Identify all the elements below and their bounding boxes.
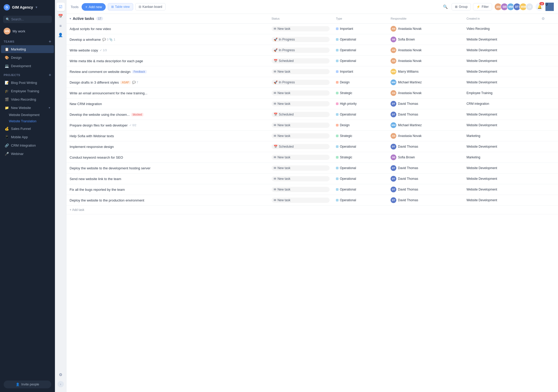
settings-icon-btn[interactable]: ⚙ bbox=[57, 371, 65, 379]
sidebar-item-development[interactable]: 💻 Development bbox=[1, 62, 54, 70]
status-badge[interactable]: ✉ New task bbox=[272, 123, 330, 128]
task-action-cell bbox=[538, 88, 558, 99]
task-title[interactable]: Fix all the bugs reported by the team bbox=[70, 188, 125, 192]
my-work-item[interactable]: AN My work bbox=[0, 26, 55, 37]
group-button[interactable]: ⊞ Group bbox=[452, 3, 471, 10]
sidebar-item-video[interactable]: 🎬 Video Recording bbox=[1, 95, 54, 103]
task-title[interactable]: Write an email announcement for the new … bbox=[70, 91, 147, 95]
table-settings-icon[interactable]: ⚙ bbox=[542, 16, 545, 21]
sidebar-item-marketing[interactable]: 📋 Marketing bbox=[1, 45, 54, 53]
status-badge[interactable]: 📅 Scheduled bbox=[272, 144, 330, 149]
kanban-label: Kanban board bbox=[143, 5, 162, 9]
notification-badge: 12 bbox=[539, 2, 544, 5]
status-badge[interactable]: ✉ New task bbox=[272, 90, 330, 96]
task-meta: 💬 3 📎 1 bbox=[102, 38, 115, 41]
task-name: Deploy the website to the production env… bbox=[70, 198, 265, 202]
task-responsible-cell: AN Anastasia Novak bbox=[387, 56, 463, 66]
app-logo[interactable]: G GIM Agency ▾ bbox=[0, 0, 55, 15]
tasks-icon-btn[interactable]: ☑ bbox=[57, 3, 65, 11]
task-title[interactable]: Send new website link to the team bbox=[70, 177, 121, 181]
resp-avatar: AN bbox=[391, 58, 396, 64]
task-responsible-cell: AN Anastasia Novak bbox=[387, 24, 463, 34]
status-badge[interactable]: 📅 Scheduled bbox=[272, 112, 330, 117]
search-button[interactable]: 🔍 bbox=[441, 3, 449, 10]
sidebar-item-sales[interactable]: 💰 Sales Funnel bbox=[1, 125, 54, 132]
user-profile-button[interactable]: U bbox=[545, 3, 554, 11]
invite-people-button[interactable]: 👤 Invite people bbox=[4, 381, 51, 388]
task-name-cell: Adjust scripts for new video bbox=[66, 24, 268, 34]
task-action-cell bbox=[538, 120, 558, 131]
collapse-button[interactable]: › bbox=[58, 381, 64, 387]
sidebar-item-crm[interactable]: 🔗 CRM Integration bbox=[1, 141, 54, 149]
status-badge[interactable]: 🚀 In Progress bbox=[272, 80, 330, 85]
task-type-cell: Operational bbox=[333, 174, 387, 184]
task-title[interactable]: Develop a wireframe bbox=[70, 38, 101, 42]
type-dot bbox=[336, 199, 339, 201]
task-title[interactable]: Design drafts in 3 different styles bbox=[70, 80, 119, 84]
sidebar-item-webinar[interactable]: 🎤 Webinar bbox=[1, 150, 54, 158]
sidebar-item-webdev[interactable]: Website Development bbox=[0, 112, 55, 118]
task-name-cell: Prepare design files for web developer ✓… bbox=[66, 120, 268, 131]
task-status-cell: ✉ New task bbox=[268, 195, 333, 206]
sidebar-item-newwebsite[interactable]: 📁 New Website ▾ bbox=[1, 104, 54, 112]
status-badge[interactable]: ✉ New task bbox=[272, 187, 330, 192]
status-badge[interactable]: ✉ New task bbox=[272, 198, 330, 203]
task-title[interactable]: Prepare design files for web developer bbox=[70, 123, 128, 127]
task-created-cell: Website Development bbox=[463, 66, 538, 77]
task-name-cell: Review and comment on website design Fee… bbox=[66, 66, 268, 77]
search-box[interactable]: 🔍 Search... bbox=[3, 16, 52, 23]
add-new-button[interactable]: + Add new bbox=[82, 3, 105, 11]
task-title[interactable]: Deploy the website to the development ho… bbox=[70, 166, 150, 170]
status-badge[interactable]: ✉ New task bbox=[272, 101, 330, 106]
created-in: Website Development bbox=[466, 48, 497, 52]
list-icon-btn[interactable]: ≡ bbox=[57, 21, 65, 30]
calendar-icon-btn[interactable]: 📅 bbox=[57, 12, 65, 20]
task-title[interactable]: Develop the website using the chosen... bbox=[70, 113, 130, 117]
status-badge[interactable]: ✉ New task bbox=[272, 133, 330, 139]
status-badge[interactable]: ✉ New task bbox=[272, 165, 330, 171]
add-task-button[interactable]: + Add task bbox=[70, 208, 84, 212]
sidebar-item-training[interactable]: 🎓 Employee Training bbox=[1, 87, 54, 95]
status-badge[interactable]: ✉ New task bbox=[272, 26, 330, 31]
task-title[interactable]: Review and comment on website design bbox=[70, 70, 131, 74]
sidebar-item-mobile[interactable]: 📱 Mobile App bbox=[1, 133, 54, 141]
task-type-cell: Design bbox=[333, 120, 387, 131]
sidebar-item-design[interactable]: 🎨 Design bbox=[1, 54, 54, 61]
add-project-button[interactable]: + bbox=[49, 73, 51, 77]
task-status-cell: ✉ New task bbox=[268, 163, 333, 174]
responsible: MM Michael Martinez bbox=[391, 79, 460, 85]
table-header-row: ▾ Active tasks 17 Status Type Responsibl… bbox=[66, 14, 558, 24]
status-badge[interactable]: ✉ New task bbox=[272, 69, 330, 74]
task-created-cell: Website Development bbox=[463, 174, 538, 184]
notifications-button[interactable]: 🔔 12 bbox=[536, 3, 543, 11]
section-chevron[interactable]: ▾ bbox=[70, 17, 71, 20]
status-badge[interactable]: ✉ New task bbox=[272, 176, 330, 181]
status-badge[interactable]: 📅 Scheduled bbox=[272, 58, 330, 64]
kanban-view-button[interactable]: ⊟ Kanban board bbox=[135, 3, 166, 10]
responsible: AN Anastasia Novak bbox=[391, 58, 460, 64]
task-title[interactable]: Write website copy bbox=[70, 48, 98, 52]
task-title[interactable]: Help Sofia with Webinar texts bbox=[70, 134, 114, 138]
task-type-cell: Strategic bbox=[333, 152, 387, 163]
task-title[interactable]: New CRM integration bbox=[70, 102, 102, 106]
projects-section-header: Projects + bbox=[0, 70, 55, 78]
status-badge[interactable]: ✉ New task bbox=[272, 155, 330, 160]
sidebar-item-blog[interactable]: 📝 Blog Post Writing bbox=[1, 79, 54, 87]
sidebar-item-webtrans[interactable]: Website Translation bbox=[0, 118, 55, 124]
task-title[interactable]: Conduct keyword research for SEO bbox=[70, 155, 123, 159]
table-row: New CRM integration ✉ New task High prio… bbox=[66, 99, 558, 109]
task-title[interactable]: Implement responsive design bbox=[70, 145, 114, 149]
created-in: CRM integration bbox=[466, 102, 489, 106]
task-title[interactable]: Deploy the website to the production env… bbox=[70, 198, 144, 202]
table-view-button[interactable]: ⊞ Table view bbox=[108, 3, 133, 10]
task-name: Conduct keyword research for SEO bbox=[70, 155, 265, 159]
type-label: High priority bbox=[340, 102, 357, 106]
add-team-button[interactable]: + bbox=[49, 39, 51, 44]
status-badge[interactable]: 🚀 In Progress bbox=[272, 48, 330, 53]
task-title[interactable]: Adjust scripts for new video bbox=[70, 27, 111, 31]
resp-name: David Thomas bbox=[398, 145, 418, 148]
status-badge[interactable]: 🚀 In Progress bbox=[272, 37, 330, 42]
task-title[interactable]: Write meta title & meta description for … bbox=[70, 59, 143, 63]
person-icon-btn[interactable]: 👤 bbox=[57, 31, 65, 39]
filter-button[interactable]: ⚡ Filter bbox=[473, 3, 492, 10]
